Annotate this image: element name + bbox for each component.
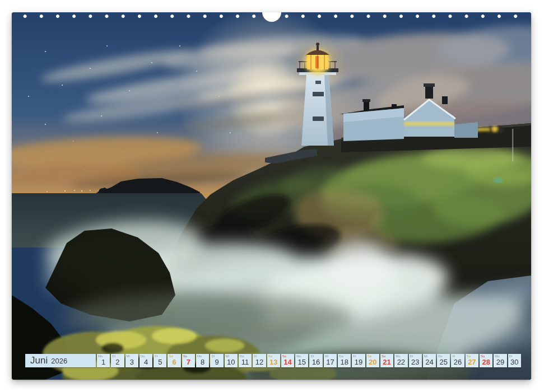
calendar-day-cell: Fr 26 [451, 354, 464, 367]
day-number: 18 [338, 358, 351, 366]
calendar-page: Juni 2026 Mo 1 Di 2 Mi 3 Do 4 Fr 5 Sa 6 … [12, 12, 531, 380]
day-number: 10 [225, 358, 238, 366]
day-number: 26 [451, 358, 464, 366]
day-number: 30 [508, 358, 521, 366]
day-number: 25 [437, 358, 450, 366]
calendar-day-cell: Sa 6 [168, 354, 180, 367]
calendar-days-row: Mo 1 Di 2 Mi 3 Do 4 Fr 5 Sa 6 So 7 Mo 8 … [97, 354, 521, 367]
day-number: 3 [125, 358, 138, 366]
calendar-day-cell: Di 30 [508, 354, 521, 367]
calendar-day-cell: Di 2 [111, 354, 124, 367]
month-name: Juni [30, 354, 48, 367]
calendar-day-cell: Di 9 [210, 354, 223, 367]
calendar-day-cell: Do 11 [239, 354, 252, 367]
wall-waterfall [512, 129, 513, 161]
calendar-day-cell: Sa 20 [366, 354, 379, 367]
day-number: 16 [309, 358, 322, 366]
day-number: 20 [366, 358, 379, 366]
day-number: 14 [281, 358, 294, 366]
calendar-strip: Juni 2026 Mo 1 Di 2 Mi 3 Do 4 Fr 5 Sa 6 … [25, 354, 521, 367]
calendar-day-cell: Di 16 [309, 354, 322, 367]
day-number: 9 [210, 358, 223, 366]
calendar-day-cell: So 14 [281, 354, 294, 367]
calendar-day-cell: Mo 1 [97, 354, 110, 367]
day-number: 4 [140, 358, 152, 366]
calendar-day-cell: Mi 3 [125, 354, 138, 367]
day-number: 11 [239, 358, 252, 366]
day-number: 12 [253, 358, 266, 366]
day-number: 15 [295, 358, 308, 366]
day-number: 22 [394, 358, 407, 366]
calendar-day-cell: Mo 29 [494, 354, 506, 367]
calendar-day-cell: Mi 17 [324, 354, 337, 367]
calendar-day-cell: Do 4 [140, 354, 152, 367]
calendar-day-cell: Sa 13 [267, 354, 280, 367]
day-number: 2 [111, 358, 124, 366]
day-number: 17 [324, 358, 337, 366]
day-number: 5 [154, 358, 166, 366]
day-number: 28 [480, 358, 492, 366]
month-label: Juni 2026 [25, 354, 96, 367]
calendar-day-cell: Mo 22 [394, 354, 407, 367]
calendar-day-cell: Fr 5 [154, 354, 166, 367]
calendar-day-cell: Mi 10 [225, 354, 238, 367]
day-number: 1 [97, 358, 110, 366]
month-year: 2026 [51, 357, 67, 365]
calendar-day-cell: So 7 [182, 354, 195, 367]
calendar-day-cell: Mo 8 [196, 354, 209, 367]
day-number: 6 [168, 358, 180, 366]
day-number: 19 [352, 358, 365, 366]
day-number: 29 [494, 358, 506, 366]
calendar-day-cell: Mi 24 [423, 354, 436, 367]
day-number: 7 [182, 358, 195, 366]
day-number: 21 [380, 358, 393, 366]
lighthouse-night-photo [12, 12, 531, 380]
calendar-day-cell: Fr 19 [352, 354, 365, 367]
calendar-product-shot: Juni 2026 Mo 1 Di 2 Mi 3 Do 4 Fr 5 Sa 6 … [0, 0, 544, 392]
day-number: 27 [466, 358, 478, 366]
day-number: 13 [267, 358, 280, 366]
calendar-day-cell: Mo 15 [295, 354, 308, 367]
day-number: 24 [423, 358, 436, 366]
day-number: 8 [196, 358, 209, 366]
calendar-day-cell: Sa 27 [466, 354, 478, 367]
calendar-day-cell: So 21 [380, 354, 393, 367]
calendar-day-cell: Do 25 [437, 354, 450, 367]
calendar-day-cell: So 28 [480, 354, 492, 367]
calendar-day-cell: Di 23 [409, 354, 422, 367]
calendar-day-cell: Fr 12 [253, 354, 266, 367]
day-number: 23 [409, 358, 422, 366]
calendar-day-cell: Do 18 [338, 354, 351, 367]
